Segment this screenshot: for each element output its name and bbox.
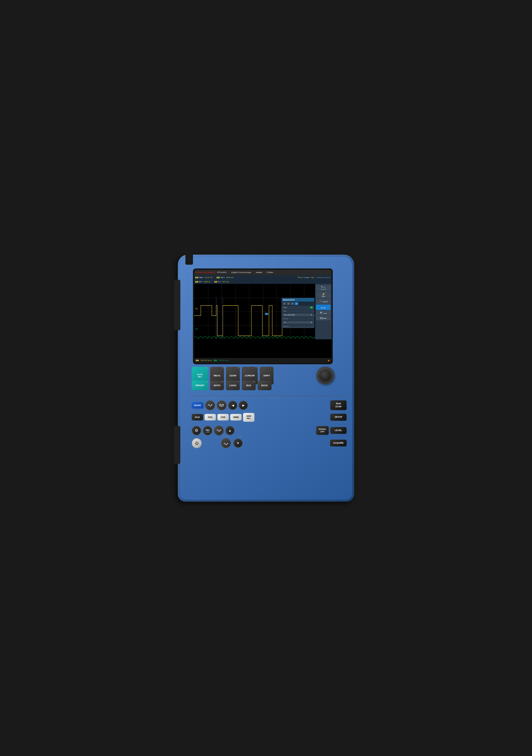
measurement-bar-2: C1 tR = 4.032 ns C1 t+ = 157.3 ns bbox=[194, 280, 332, 284]
type-dropdown-value: Pos. pulse width bbox=[284, 314, 295, 316]
tplus-label: t+ = bbox=[218, 281, 221, 283]
trig-question: Trig? bbox=[311, 277, 315, 278]
sidebar-trigger-btn[interactable]: ⚡ Trigger bbox=[316, 292, 331, 298]
trigger-section-label: TRIGGER bbox=[269, 397, 279, 398]
max-value: 42.51 mV bbox=[205, 277, 213, 278]
logic-button[interactable]: F7 LOGIC bbox=[226, 381, 240, 390]
time-section-label: TIME bbox=[211, 397, 216, 398]
bus-button[interactable]: F8 BUS bbox=[242, 381, 256, 390]
time-sine-btn[interactable] bbox=[205, 400, 215, 410]
source-dropdown-value: C1 bbox=[284, 322, 286, 323]
top-label: Top = bbox=[221, 277, 225, 278]
math-button-label: MATH bbox=[214, 384, 220, 387]
oscilloscope-screen: ROHDE & SCHWARZ RTH1002 · Digital Oscill… bbox=[194, 270, 332, 363]
sidebar-cursor-btn[interactable]: ⟋ CURSOR bbox=[316, 298, 331, 304]
func-row-2: F5 PRESET F6 MATH F7 LOGIC F8 BUS BACK bbox=[192, 381, 334, 390]
meas-panel-title: Measurement bbox=[282, 298, 314, 302]
level-button[interactable]: LEVEL bbox=[330, 427, 347, 434]
bottom-channel-bar: C1 100 mV/ BW DC C2 50 mV/ BW DC ▶ bbox=[194, 358, 332, 363]
cursor-button-label: CURSOR bbox=[245, 374, 255, 377]
type-label-row: Type bbox=[282, 310, 314, 313]
separator2: · bbox=[253, 271, 254, 274]
sidebar-math-btn[interactable]: f(x) Math bbox=[316, 316, 331, 320]
pos-right-btn[interactable]: ▶ bbox=[239, 401, 248, 410]
settings-button[interactable]: ⚙ bbox=[192, 426, 201, 435]
ch1-marker: C1 bbox=[195, 308, 198, 310]
time-per-div: 50 ns/ bbox=[297, 277, 302, 278]
device-body: ROHDE & SCHWARZ RTH1002 · Digital Oscill… bbox=[178, 255, 354, 502]
brand-logo: ROHDE & SCHWARZ bbox=[196, 272, 215, 273]
separator1: · bbox=[229, 271, 229, 274]
type-dropdown[interactable]: Pos. pulse width ▼ bbox=[283, 313, 313, 316]
bus-button-label: BUS bbox=[246, 384, 251, 387]
lower-section-labels: RANGE POS bbox=[222, 436, 242, 437]
range-wave-btn[interactable] bbox=[214, 425, 224, 436]
run-stop-button[interactable]: RUN STOP bbox=[330, 400, 347, 410]
source-dropdown[interactable]: C1 ▼ bbox=[283, 321, 313, 324]
logic-fn-label: F7 bbox=[237, 381, 239, 382]
cursor-fn-label: F4 bbox=[255, 367, 257, 368]
meas-tab-2[interactable]: 2 bbox=[287, 302, 290, 305]
sidebar-help-btn[interactable]: ? Helphorizontal bbox=[316, 285, 331, 291]
source-value-row[interactable]: C1 ▼ bbox=[282, 320, 314, 325]
strap-top bbox=[186, 250, 193, 265]
signal-off-button[interactable]: SIGNAL OFF bbox=[316, 426, 329, 435]
mode-button[interactable]: MODE bbox=[192, 402, 204, 409]
meas-tab-4[interactable]: 4 bbox=[295, 302, 298, 305]
back-button[interactable]: BACK bbox=[258, 381, 271, 390]
time-square-btn[interactable] bbox=[216, 400, 227, 410]
range-wave2-btn[interactable] bbox=[221, 438, 231, 448]
strap-side bbox=[174, 280, 180, 330]
device-type: Digital Oscilloscope bbox=[231, 271, 251, 274]
acquire-button[interactable]: ACQUIRE bbox=[330, 440, 347, 447]
preset-button[interactable]: F5 PRESET bbox=[192, 381, 208, 390]
lower-row-3: ⚙ 📷 ▲ SIGNAL OFF LEVEL bbox=[192, 425, 347, 436]
range-label: RANGE bbox=[222, 436, 228, 437]
math-button[interactable]: F6 MATH bbox=[210, 381, 224, 390]
source-label-row: Source bbox=[282, 317, 314, 320]
oscilloscope-device: ROHDE & SCHWARZ RTH1002 · Digital Oscill… bbox=[178, 255, 354, 502]
ch1-tag-3: C1 bbox=[195, 281, 198, 283]
sidebar-zoom-btn[interactable]: 🔍 Zoom bbox=[316, 310, 331, 315]
ch2-button[interactable]: CH2 bbox=[217, 414, 229, 420]
dmm-rel-button[interactable]: DMM REL bbox=[243, 413, 254, 422]
pos-left-btn[interactable]: ◀ bbox=[228, 401, 237, 410]
datetime-display: 2015-04-07 09:56:32 bbox=[317, 277, 330, 278]
ch2-status-label: C2 bbox=[214, 360, 217, 361]
tr-value: 4.032 ns bbox=[204, 281, 210, 283]
waveform-area: C1 C2 TL bbox=[194, 284, 332, 339]
pos-up-btn[interactable]: ▲ bbox=[225, 426, 235, 435]
shift-button-label: SHIFT bbox=[264, 374, 270, 377]
ch1-status-label: C1 bbox=[196, 360, 199, 361]
ch1-button[interactable]: CH1 bbox=[205, 414, 216, 420]
preset-fn-label: F5 bbox=[206, 381, 207, 382]
screen-header-bar: ROHDE & SCHWARZ RTH1002 · Digital Oscill… bbox=[194, 270, 332, 275]
zoom-button-label: ZOOM bbox=[229, 374, 236, 377]
isolated-badge: Isolated bbox=[256, 272, 262, 273]
screen-bezel: ROHDE & SCHWARZ RTH1002 · Digital Oscill… bbox=[193, 268, 333, 364]
file-button[interactable]: FILE bbox=[192, 414, 203, 420]
meas-tab-1[interactable]: 1 bbox=[283, 302, 286, 305]
power-button[interactable]: ⏻ bbox=[192, 438, 202, 448]
separator3: · bbox=[264, 271, 265, 274]
section-divider bbox=[190, 396, 347, 396]
ch2-marker: C2 bbox=[195, 328, 198, 330]
pos-lower-label: POS bbox=[239, 436, 242, 437]
logic-button-label: LOGIC bbox=[229, 384, 237, 387]
ch1-norm-badge: C1 Norm bbox=[304, 277, 310, 278]
type-value-row[interactable]: Pos. pulse width ▼ bbox=[282, 313, 314, 317]
setup-button[interactable]: SETUP bbox=[330, 414, 347, 421]
source-dropdown-arrow: ▼ bbox=[311, 322, 312, 323]
screenshot-button[interactable]: 📷 bbox=[203, 426, 212, 435]
meas-tab-3[interactable]: 3 bbox=[291, 302, 294, 305]
meas-state-row: State 1 bbox=[282, 306, 314, 310]
range-wave2-wrapper bbox=[221, 438, 231, 448]
autoset-fn-label: F1 bbox=[206, 367, 207, 368]
meas-tab-row: 1 2 3 4 bbox=[282, 302, 314, 306]
tr-label: tR = bbox=[199, 281, 203, 283]
dmm-button[interactable]: DMM bbox=[230, 414, 241, 420]
sample-rate: 5 GSa/s bbox=[267, 272, 273, 273]
state-toggle[interactable]: 1 bbox=[310, 307, 313, 309]
pos-down-btn[interactable]: ▼ bbox=[234, 439, 242, 448]
sidebar-meas-btn[interactable]: ⟁ Meas bbox=[316, 305, 331, 310]
